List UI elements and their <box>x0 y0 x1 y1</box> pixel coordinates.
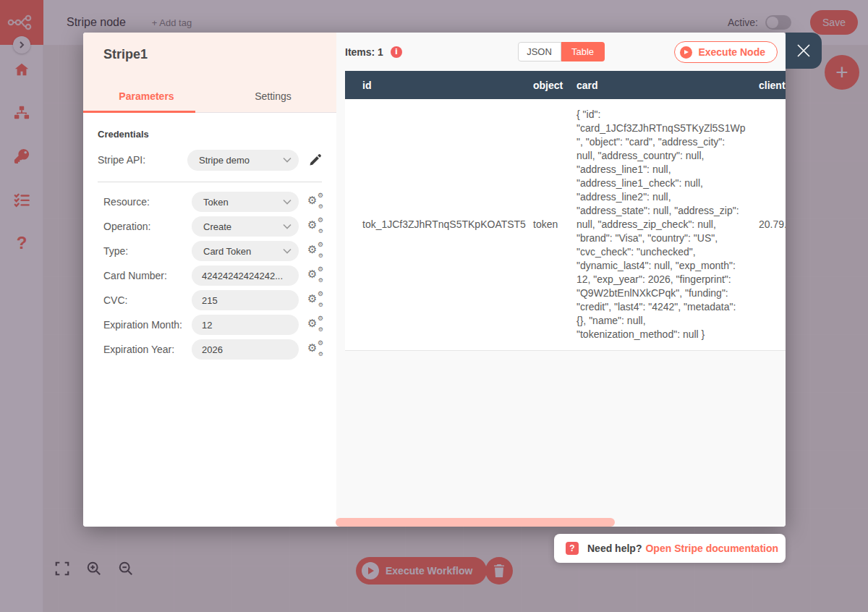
field-resource: Resource: Token ⚙⚙⚙ <box>98 190 322 214</box>
field-cvc: CVC: ⚙⚙⚙ <box>98 288 322 313</box>
close-icon <box>796 43 812 59</box>
operation-select[interactable]: Create <box>192 216 299 237</box>
open-documentation-link[interactable]: Open Stripe documentation <box>645 543 778 554</box>
field-label: Expiration Month: <box>103 319 192 331</box>
parameter-options-icon[interactable]: ⚙⚙⚙ <box>307 293 322 307</box>
operation-value: Create <box>203 221 231 232</box>
credential-value: Stripe demo <box>199 155 250 166</box>
parameter-options-icon[interactable]: ⚙⚙⚙ <box>307 219 322 234</box>
chevron-down-icon <box>283 248 292 254</box>
output-view-toggle: JSON Table <box>518 42 605 61</box>
column-header-card: card <box>568 71 750 99</box>
column-header-id: id <box>345 71 524 99</box>
cell-object: token <box>524 99 568 351</box>
table-row[interactable]: tok_1JCf3ZJhRTnqS5TKpKOATST5 token { "id… <box>345 99 786 351</box>
credential-label: Stripe API: <box>98 154 187 166</box>
cell-client: 20.79. <box>750 99 786 351</box>
help-toast-text: Need help? <box>587 543 642 554</box>
resource-value: Token <box>203 197 229 208</box>
execute-node-button[interactable]: Execute Node <box>674 41 778 63</box>
info-icon[interactable]: i <box>391 46 402 58</box>
play-icon <box>680 46 692 59</box>
field-label: Operation: <box>103 221 192 232</box>
help-toast: ? Need help? Open Stripe documentation <box>554 534 786 563</box>
credential-row: Stripe API: Stripe demo <box>98 148 322 171</box>
chevron-down-icon <box>283 199 292 205</box>
view-table-button[interactable]: Table <box>561 42 605 61</box>
close-modal-button[interactable] <box>786 33 822 69</box>
chevron-down-icon <box>283 157 292 163</box>
parameter-options-icon[interactable]: ⚙⚙⚙ <box>307 268 322 283</box>
field-label: Expiration Year: <box>103 344 192 355</box>
output-table: id object card client tok_1JCf3ZJhRTnqS5… <box>345 71 786 351</box>
active-tab-indicator <box>83 111 195 113</box>
app-window: Stripe node + Add tag Active: Save <box>0 0 868 612</box>
tab-settings[interactable]: Settings <box>210 80 336 112</box>
expiration-month-input[interactable] <box>192 315 299 335</box>
parameter-options-icon[interactable]: ⚙⚙⚙ <box>307 318 322 332</box>
execute-node-label: Execute Node <box>698 46 765 58</box>
field-label: CVC: <box>103 294 192 306</box>
cell-card: { "id": "card_1JCf3ZJhRTnqS5TKyZl5S1Wp",… <box>568 99 750 351</box>
field-operation: Operation: Create ⚙⚙⚙ <box>98 214 322 239</box>
field-label: Type: <box>103 245 192 257</box>
node-tabs: Parameters Settings <box>83 80 336 112</box>
credentials-heading: Credentials <box>98 129 322 140</box>
view-json-button[interactable]: JSON <box>518 42 561 61</box>
chevron-down-icon <box>283 224 292 229</box>
field-type: Type: Card Token ⚙⚙⚙ <box>98 239 322 263</box>
field-expiration-month: Expiration Month: ⚙⚙⚙ <box>98 313 322 337</box>
field-label: Card Number: <box>103 270 192 281</box>
node-title: Stripe1 <box>103 47 148 62</box>
column-header-client: client <box>750 71 786 99</box>
edit-credential-icon[interactable] <box>309 153 322 166</box>
credential-select[interactable]: Stripe demo <box>187 150 299 171</box>
parameter-options-icon[interactable]: ⚙⚙⚙ <box>307 244 322 258</box>
cvc-input[interactable] <box>192 290 299 310</box>
output-header: Items: 1 i JSON Table Execute Node <box>336 33 786 71</box>
divider <box>98 182 322 182</box>
cell-id: tok_1JCf3ZJhRTnqS5TKpKOATST5 <box>345 99 524 351</box>
table-header-row: id object card client <box>345 71 786 99</box>
node-output-panel: Items: 1 i JSON Table Execute Node <box>336 33 786 527</box>
column-header-object: object <box>524 71 568 99</box>
items-count: Items: 1 <box>345 46 383 58</box>
card-number-input[interactable] <box>192 265 299 286</box>
type-value: Card Token <box>203 246 251 257</box>
resource-select[interactable]: Token <box>192 192 299 212</box>
question-icon: ? <box>566 542 579 555</box>
node-settings-panel: Stripe1 Parameters Settings Credentials … <box>83 33 336 527</box>
parameter-options-icon[interactable]: ⚙⚙⚙ <box>307 195 322 209</box>
node-detail-modal: Stripe1 Parameters Settings Credentials … <box>83 33 786 527</box>
parameter-options-icon[interactable]: ⚙⚙⚙ <box>307 342 322 357</box>
node-panel-header: Stripe1 Parameters Settings <box>83 33 336 113</box>
output-table-container: id object card client tok_1JCf3ZJhRTnqS5… <box>345 71 786 351</box>
type-select[interactable]: Card Token <box>192 241 299 261</box>
field-card-number: Card Number: ⚙⚙⚙ <box>98 263 322 288</box>
tab-parameters[interactable]: Parameters <box>83 80 210 112</box>
field-label: Resource: <box>103 196 192 208</box>
horizontal-scrollbar[interactable] <box>336 518 615 527</box>
field-expiration-year: Expiration Year: ⚙⚙⚙ <box>98 337 322 362</box>
expiration-year-input[interactable] <box>192 339 299 360</box>
